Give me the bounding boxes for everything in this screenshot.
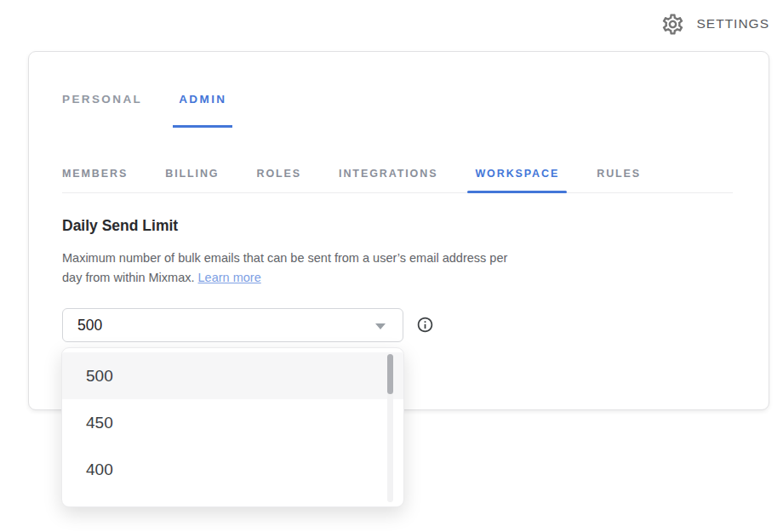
description-line-2: day from within Mixmax.	[62, 271, 198, 284]
learn-more-link[interactable]: Learn more	[198, 271, 261, 284]
dropdown-option-400[interactable]: 400	[62, 446, 403, 493]
description-line-1: Maximum number of bulk emails that can b…	[62, 251, 507, 265]
daily-limit-select[interactable]: 500	[62, 308, 403, 342]
info-icon	[416, 316, 434, 334]
admin-subtab-bar: MEMBERS BILLING ROLES INTEGRATIONS WORKS…	[62, 168, 733, 193]
settings-header-label: SETTINGS	[696, 16, 769, 31]
tab-personal[interactable]: PERSONAL	[56, 93, 148, 128]
gear-icon[interactable]	[660, 12, 685, 37]
subtab-workspace[interactable]: WORKSPACE	[475, 168, 559, 180]
dropdown-option-450[interactable]: 450	[62, 399, 403, 446]
daily-send-limit-title: Daily Send Limit	[62, 217, 178, 235]
subtab-members[interactable]: MEMBERS	[62, 168, 128, 180]
daily-limit-select-value: 500	[77, 317, 102, 335]
main-tab-bar: PERSONAL ADMIN	[56, 93, 232, 128]
subtab-billing[interactable]: BILLING	[165, 168, 219, 180]
settings-header-button[interactable]: SETTINGS	[660, 9, 769, 38]
dropdown-scrollbar-track[interactable]	[387, 354, 393, 502]
subtab-integrations[interactable]: INTEGRATIONS	[339, 168, 437, 180]
daily-limit-info-button[interactable]	[416, 316, 434, 334]
daily-limit-dropdown-menu: 500 450 400	[61, 347, 404, 507]
daily-send-limit-description: Maximum number of bulk emails that can b…	[62, 249, 507, 287]
chevron-down-icon	[375, 323, 386, 329]
subtab-roles[interactable]: ROLES	[257, 168, 302, 180]
tab-admin[interactable]: ADMIN	[173, 93, 232, 128]
dropdown-scrollbar-thumb[interactable]	[387, 354, 393, 394]
subtab-rules[interactable]: RULES	[597, 168, 641, 180]
dropdown-option-500[interactable]: 500	[62, 352, 403, 399]
